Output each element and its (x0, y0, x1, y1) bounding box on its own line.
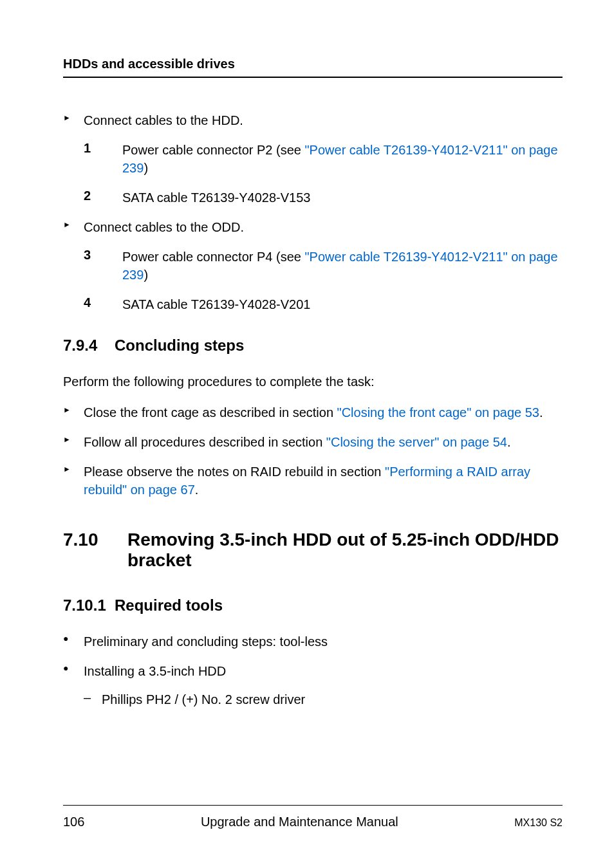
text-prefix: Follow all procedures described in secti… (84, 435, 326, 449)
bullet-item-hdd: Connect cables to the HDD. (63, 111, 563, 129)
section-title: Required tools (115, 596, 223, 614)
text-suffix: ) (144, 268, 148, 282)
paragraph-intro: Perform the following procedures to comp… (63, 373, 563, 391)
text-prefix: Power cable connector P2 (see (122, 143, 305, 157)
section-number: 7.9.4 (63, 337, 115, 355)
triangle-bullet-icon (63, 218, 84, 236)
num-text: SATA cable T26139-Y4028-V153 (122, 189, 310, 207)
text-prefix: Please observe the notes on RAID rebuild… (84, 465, 385, 479)
bullet-text: Close the front cage as described in sec… (84, 403, 543, 421)
numbered-item-4: 4 SATA cable T26139-Y4028-V201 (84, 295, 563, 313)
bullet-text: Installing a 3.5-inch HDD (84, 662, 226, 680)
section-number: 7.10 (63, 530, 127, 571)
page-header-title: HDDs and accessible drives (63, 57, 563, 78)
numbered-list-odd: 3 Power cable connector P4 (see "Power c… (84, 248, 563, 313)
num-marker: 1 (84, 141, 122, 177)
num-text: SATA cable T26139-Y4028-V201 (122, 295, 310, 313)
section-title: Concluding steps (115, 337, 244, 355)
text-prefix: Power cable connector P4 (see (122, 250, 305, 264)
footer-center-text: Upgrade and Maintenance Manual (201, 815, 398, 829)
num-marker: 2 (84, 189, 122, 207)
footer-page-number: 106 (63, 815, 84, 829)
text-suffix: . (507, 435, 511, 449)
bullet-icon (63, 662, 84, 680)
num-text: Power cable connector P4 (see "Power cab… (122, 248, 563, 284)
link-closing-server[interactable]: "Closing the server" on page 54 (326, 435, 507, 449)
text-suffix: . (539, 405, 543, 420)
numbered-list-hdd: 1 Power cable connector P2 (see "Power c… (84, 141, 563, 207)
text-suffix: ) (144, 161, 148, 175)
step-close-front-cage: Close the front cage as described in sec… (63, 403, 563, 421)
numbered-item-1: 1 Power cable connector P2 (see "Power c… (84, 141, 563, 177)
bullet-text: Connect cables to the ODD. (84, 218, 244, 236)
num-marker: 4 (84, 295, 122, 313)
bullet-text: Follow all procedures described in secti… (84, 433, 510, 451)
bullet-text: Connect cables to the HDD. (84, 111, 243, 129)
bullet-icon (63, 633, 84, 651)
numbered-item-3: 3 Power cable connector P4 (see "Power c… (84, 248, 563, 284)
triangle-bullet-icon (63, 433, 84, 451)
link-closing-front-cage[interactable]: "Closing the front cage" on page 53 (337, 405, 539, 420)
tool-item-2-sub: – Phillips PH2 / (+) No. 2 screw driver (84, 690, 563, 708)
tool-item-1: Preliminary and concluding steps: tool-l… (63, 633, 563, 651)
triangle-bullet-icon (63, 111, 84, 129)
triangle-bullet-icon (63, 403, 84, 421)
text-suffix: . (195, 483, 199, 497)
step-raid-rebuild: Please observe the notes on RAID rebuild… (63, 463, 563, 499)
page-footer: 106 Upgrade and Maintenance Manual MX130… (63, 805, 563, 829)
text-prefix: Close the front cage as described in sec… (84, 405, 337, 420)
heading-7-9-4: 7.9.4 Concluding steps (63, 337, 563, 355)
bullet-text: Please observe the notes on RAID rebuild… (84, 463, 563, 499)
heading-7-10: 7.10 Removing 3.5-inch HDD out of 5.25-i… (63, 530, 563, 571)
num-marker: 3 (84, 248, 122, 284)
section-title: Removing 3.5-inch HDD out of 5.25-inch O… (127, 530, 563, 571)
step-closing-server: Follow all procedures described in secti… (63, 433, 563, 451)
section-number: 7.10.1 (63, 596, 115, 614)
triangle-bullet-icon (63, 463, 84, 499)
num-text: Power cable connector P2 (see "Power cab… (122, 141, 563, 177)
bullet-text: Phillips PH2 / (+) No. 2 screw driver (102, 690, 305, 708)
dash-icon: – (84, 690, 102, 708)
numbered-item-2: 2 SATA cable T26139-Y4028-V153 (84, 189, 563, 207)
bullet-text: Preliminary and concluding steps: tool-l… (84, 633, 328, 651)
bullet-item-odd: Connect cables to the ODD. (63, 218, 563, 236)
footer-right-text: MX130 S2 (514, 817, 563, 829)
heading-7-10-1: 7.10.1 Required tools (63, 596, 563, 614)
tool-item-2: Installing a 3.5-inch HDD (63, 662, 563, 680)
